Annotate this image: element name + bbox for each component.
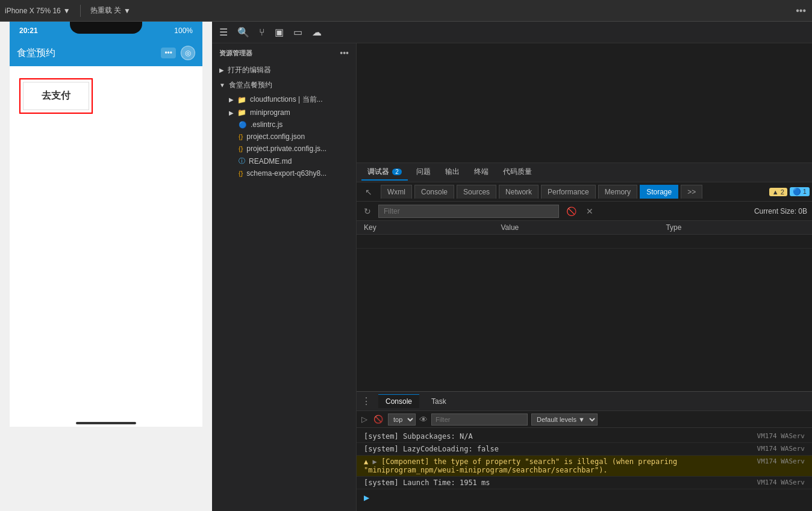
toolbar-icons: ••• bbox=[795, 4, 807, 17]
console-block-button[interactable]: 🚫 bbox=[372, 413, 384, 425]
table-row-empty bbox=[357, 235, 812, 249]
console-message-4: [system] Launch Time: 1951 ms VM174 WASe… bbox=[357, 477, 812, 489]
console-msg-text-1: [system] Subpackages: N/A bbox=[364, 432, 752, 441]
tab-memory[interactable]: Memory bbox=[598, 185, 637, 199]
app-header: 食堂预约 ••• ◎ bbox=[10, 40, 202, 66]
folder-icon: 📁 bbox=[237, 96, 246, 104]
sidebar-item-readme[interactable]: ⓘ README.md bbox=[212, 155, 356, 167]
sidebar-more-button[interactable]: ••• bbox=[340, 48, 349, 58]
console-tabs-row: ⋮ Console Task bbox=[357, 392, 812, 411]
console-msg-source-2[interactable]: VM174 WAServ bbox=[757, 445, 805, 453]
storage-data-table: Key Value Type bbox=[357, 221, 812, 249]
alerts-area: ▲ 2 🔵 1 bbox=[769, 187, 810, 196]
chevron-right-icon: ▶ bbox=[219, 67, 224, 73]
sidebar-title: 资源管理器 bbox=[219, 49, 252, 58]
tab-issues[interactable]: 问题 bbox=[410, 164, 437, 181]
console-level-select[interactable]: Default levels ▼ bbox=[531, 413, 598, 426]
filter-block-button[interactable]: 🚫 bbox=[564, 205, 579, 217]
editor-area bbox=[357, 43, 812, 163]
cell-key bbox=[357, 235, 493, 249]
console-panel: ⋮ Console Task ▷ 🚫 top 👁 bbox=[357, 391, 812, 511]
header-more-button[interactable]: ••• bbox=[161, 48, 176, 58]
console-message-1: [system] Subpackages: N/A VM174 WAServ bbox=[357, 430, 812, 443]
device-caret: ▼ bbox=[63, 7, 70, 15]
js-icon: 🔵 bbox=[239, 121, 247, 129]
console-prompt-area: ▶ bbox=[357, 489, 812, 505]
folder-icon: 📁 bbox=[237, 108, 246, 117]
more-options-button[interactable]: ••• bbox=[795, 4, 807, 17]
debugger-badge: 2 bbox=[392, 169, 402, 175]
tab-task[interactable]: Task bbox=[424, 395, 454, 408]
console-msg-source-3[interactable]: VM174 WAServ bbox=[757, 457, 805, 465]
file-label: project.config.json bbox=[246, 132, 305, 141]
tab-selector-icon[interactable]: ↖ bbox=[359, 185, 378, 199]
tab-console-main[interactable]: Console bbox=[378, 394, 419, 408]
ide-cloud-icon[interactable]: ☁ bbox=[310, 24, 324, 40]
console-msg-source-1[interactable]: VM174 WAServ bbox=[757, 432, 805, 440]
tab-console[interactable]: Console bbox=[414, 185, 454, 199]
tab-wxml[interactable]: Wxml bbox=[381, 185, 412, 199]
pay-button-container: 去支付 bbox=[19, 78, 93, 114]
ide-run-icon[interactable]: ▣ bbox=[272, 24, 286, 40]
refresh-button[interactable]: ↻ bbox=[361, 205, 373, 217]
sidebar-item-schema[interactable]: {} schema-export-q63hy8... bbox=[212, 167, 356, 179]
info-badge: 🔵 1 bbox=[790, 187, 810, 196]
sidebar-item-eslintrc[interactable]: 🔵 .eslintrc.js bbox=[212, 119, 356, 131]
app-title: 食堂预约 bbox=[17, 47, 55, 60]
pay-button[interactable]: 去支付 bbox=[23, 82, 89, 110]
sidebar-item-miniprogram[interactable]: ▶ 📁 miniprogram bbox=[212, 107, 356, 119]
file-label: cloudfunctions | 当前... bbox=[250, 94, 323, 105]
header-circle-button[interactable]: ◎ bbox=[181, 46, 195, 60]
console-filter-input[interactable] bbox=[431, 413, 528, 426]
tab-storage[interactable]: Storage bbox=[640, 185, 678, 199]
app-header-right: ••• ◎ bbox=[161, 46, 195, 60]
ide-git-icon[interactable]: ⑂ bbox=[257, 25, 267, 40]
filter-clear-button[interactable]: ✕ bbox=[584, 205, 596, 217]
project-name-label: 食堂点餐预约 bbox=[229, 80, 272, 90]
console-run-button[interactable]: ▷ bbox=[360, 413, 369, 425]
sidebar-item-project-private[interactable]: {} project.private.config.js... bbox=[212, 143, 356, 155]
info-icon: ⓘ bbox=[239, 156, 245, 166]
tab-debugger[interactable]: 调试器 2 bbox=[361, 164, 408, 181]
warn-badge: ▲ 2 bbox=[769, 188, 787, 196]
expand-icon[interactable]: ▶ bbox=[372, 457, 376, 466]
tab-network[interactable]: Network bbox=[499, 185, 539, 199]
json-icon: {} bbox=[239, 145, 243, 152]
console-dots-button[interactable]: ⋮ bbox=[361, 395, 371, 407]
ide-extensions-icon[interactable]: ▭ bbox=[291, 24, 305, 40]
console-msg-content-4: [system] Launch Time: 1951 ms bbox=[364, 478, 490, 487]
json-icon: {} bbox=[239, 133, 243, 140]
file-label: miniprogram bbox=[250, 108, 290, 117]
sidebar-item-opened-editors[interactable]: ▶ 打开的编辑器 bbox=[212, 63, 356, 78]
tab-performance[interactable]: Performance bbox=[541, 185, 596, 199]
phone-frame: 20:21 100% 食堂预约 ••• ◎ 去支付 bbox=[10, 22, 202, 427]
tab-terminal[interactable]: 终端 bbox=[468, 164, 495, 181]
tab-codequality-label: 代码质量 bbox=[503, 167, 532, 176]
console-message-2: [system] LazyCodeLoading: false VM174 WA… bbox=[357, 443, 812, 456]
chevron-right-icon: ▶ bbox=[229, 96, 234, 103]
device-selector[interactable]: iPhone X 75% 16 ▼ bbox=[5, 7, 70, 15]
console-msg-content-2: [system] LazyCodeLoading: false bbox=[364, 445, 499, 453]
filter-input[interactable] bbox=[378, 205, 559, 218]
chevron-right-icon: ▶ bbox=[229, 110, 234, 116]
ide-search-icon[interactable]: 🔍 bbox=[235, 24, 252, 40]
cell-value bbox=[493, 235, 658, 249]
hotreload-selector[interactable]: 热重载 关 ▼ bbox=[90, 5, 131, 16]
tab-sources[interactable]: Sources bbox=[457, 185, 496, 199]
col-type: Type bbox=[658, 221, 812, 235]
sidebar-item-project-config[interactable]: {} project.config.json bbox=[212, 131, 356, 143]
sidebar-item-cloudfunctions[interactable]: ▶ 📁 cloudfunctions | 当前... bbox=[212, 93, 356, 107]
console-context-select[interactable]: top bbox=[388, 413, 416, 426]
tab-output[interactable]: 输出 bbox=[439, 164, 466, 181]
ide-explorer-icon[interactable]: ☰ bbox=[217, 24, 230, 40]
sidebar-item-project[interactable]: ▼ 食堂点餐预约 bbox=[212, 78, 356, 93]
cell-type bbox=[658, 235, 812, 249]
ide-main: 调试器 2 问题 输出 终端 代码质量 bbox=[357, 43, 812, 511]
tab-codequality[interactable]: 代码质量 bbox=[497, 164, 538, 181]
json-icon: {} bbox=[239, 170, 243, 177]
file-label: .eslintrc.js bbox=[251, 120, 283, 129]
console-msg-source-4[interactable]: VM174 WAServ bbox=[757, 478, 805, 486]
debugger-panel: 调试器 2 问题 输出 终端 代码质量 bbox=[357, 163, 812, 391]
phone-panel: 20:21 100% 食堂预约 ••• ◎ 去支付 bbox=[0, 22, 212, 511]
tab-more[interactable]: >> bbox=[681, 185, 702, 199]
